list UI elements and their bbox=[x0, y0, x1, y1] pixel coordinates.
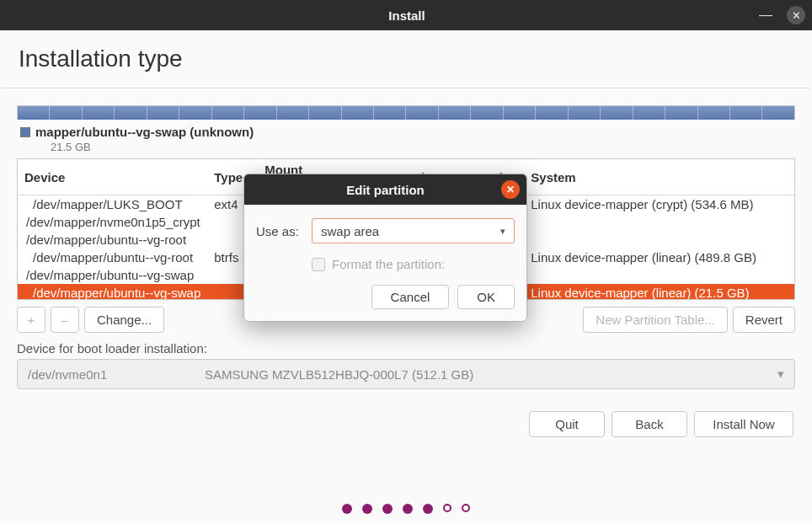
dialog-title: Edit partition bbox=[270, 183, 501, 197]
bootloader-label: Device for boot loader installation: bbox=[17, 341, 795, 356]
window-titlebar: Install — ✕ bbox=[0, 0, 812, 30]
partition-name-label: mapper/ubuntu--vg-swap (unknown) bbox=[35, 125, 254, 139]
add-partition-button[interactable]: + bbox=[17, 307, 45, 333]
col-system[interactable]: System bbox=[524, 159, 794, 195]
minimize-icon: — bbox=[759, 8, 772, 23]
partition-size-label: 21.5 GB bbox=[51, 141, 254, 153]
table-cell bbox=[524, 213, 794, 231]
use-as-value: swap area bbox=[321, 224, 379, 238]
table-cell: Linux device-mapper (linear) (21.5 GB) bbox=[524, 284, 794, 299]
table-cell: Linux device-mapper (crypt) (534.6 MB) bbox=[524, 195, 794, 214]
bootloader-device-dropdown[interactable]: /dev/nvme0n1 SAMSUNG MZVLB512HBJQ-000L7 … bbox=[17, 359, 795, 389]
step-dot-current bbox=[443, 504, 451, 512]
use-as-dropdown[interactable]: swap area ▾ bbox=[312, 218, 515, 243]
minimize-button[interactable]: — bbox=[756, 6, 775, 24]
table-cell: /dev/mapper/ubuntu--vg-swap bbox=[18, 266, 207, 284]
step-dot bbox=[462, 504, 470, 512]
close-icon: ✕ bbox=[792, 9, 801, 22]
close-icon: ✕ bbox=[506, 184, 515, 195]
bootloader-device-value: /dev/nvme0n1 bbox=[28, 367, 205, 382]
format-partition-checkbox[interactable] bbox=[312, 258, 325, 271]
col-device[interactable]: Device bbox=[18, 159, 207, 195]
table-cell: /dev/mapper/LUKS_BOOT bbox=[18, 195, 207, 214]
table-cell: /dev/mapper/ubuntu--vg-swap bbox=[18, 284, 207, 299]
bootloader-device-desc: SAMSUNG MZVLB512HBJQ-000L7 (512.1 GB) bbox=[205, 367, 473, 382]
remove-partition-button[interactable]: – bbox=[51, 307, 79, 333]
table-cell: /dev/mapper/nvme0n1p5_crypt bbox=[18, 213, 207, 231]
partition-color-swatch bbox=[20, 127, 30, 137]
change-partition-button[interactable]: Change... bbox=[84, 307, 164, 333]
table-cell: Linux device-mapper (linear) (489.8 GB) bbox=[524, 249, 794, 266]
table-cell: /dev/mapper/ubuntu--vg-root bbox=[18, 231, 207, 249]
table-cell bbox=[524, 231, 794, 249]
chevron-down-icon: ▾ bbox=[777, 366, 784, 382]
back-button[interactable]: Back bbox=[612, 411, 687, 437]
cancel-button[interactable]: Cancel bbox=[371, 285, 450, 309]
step-dot bbox=[342, 504, 352, 514]
page-title: Installation type bbox=[0, 30, 812, 88]
partition-preview bbox=[17, 105, 795, 120]
step-dot bbox=[423, 504, 433, 514]
step-dot bbox=[362, 504, 372, 514]
revert-button[interactable]: Revert bbox=[733, 307, 795, 333]
edit-partition-dialog: Edit partition ✕ Use as: swap area ▾ For… bbox=[243, 174, 527, 322]
quit-button[interactable]: Quit bbox=[529, 411, 605, 437]
table-cell: /dev/mapper/ubuntu--vg-root bbox=[18, 249, 207, 266]
partition-preview-bar bbox=[18, 106, 794, 120]
ok-button[interactable]: OK bbox=[457, 285, 515, 309]
format-partition-label: Format the partition: bbox=[332, 257, 445, 271]
dialog-titlebar: Edit partition ✕ bbox=[244, 174, 526, 205]
chevron-down-icon: ▾ bbox=[500, 226, 505, 237]
window-title: Install bbox=[57, 8, 756, 23]
close-button[interactable]: ✕ bbox=[787, 6, 805, 24]
progress-dots bbox=[0, 504, 812, 514]
install-now-button[interactable]: Install Now bbox=[694, 411, 793, 437]
new-partition-table-button[interactable]: New Partition Table... bbox=[583, 307, 727, 333]
step-dot bbox=[382, 504, 393, 514]
use-as-label: Use as: bbox=[256, 224, 303, 238]
dialog-close-button[interactable]: ✕ bbox=[501, 180, 520, 199]
table-cell bbox=[524, 266, 794, 284]
step-dot bbox=[403, 504, 413, 514]
